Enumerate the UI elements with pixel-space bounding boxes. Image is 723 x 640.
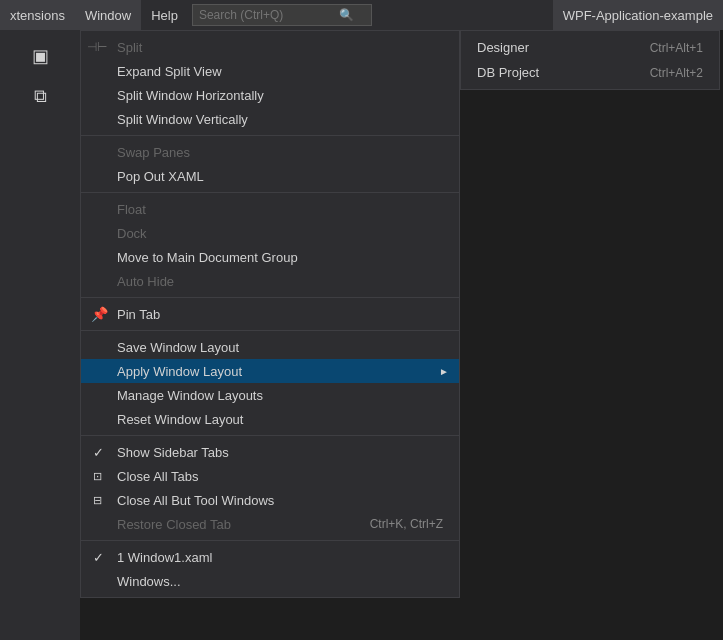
menu-bar: xtensions Window Help 🔍 WPF-Application-… bbox=[0, 0, 723, 30]
menu-item-dock[interactable]: Dock bbox=[81, 221, 459, 245]
split-icon: ⊣⊢ bbox=[89, 39, 105, 55]
menu-item-restore-closed[interactable]: Restore Closed Tab Ctrl+K, Ctrl+Z bbox=[81, 512, 459, 536]
search-icon[interactable]: 🔍 bbox=[339, 8, 354, 22]
menu-item-close-all-tabs-label: Close All Tabs bbox=[117, 469, 198, 484]
menu-help-label: Help bbox=[151, 8, 178, 23]
window-title: WPF-Application-example bbox=[553, 0, 723, 30]
menu-window[interactable]: Window bbox=[75, 0, 141, 30]
submenu-item-designer[interactable]: Designer Ctrl+Alt+1 bbox=[461, 35, 719, 60]
menu-item-window1[interactable]: ✓ 1 Window1.xaml bbox=[81, 545, 459, 569]
separator-1 bbox=[81, 135, 459, 136]
menu-item-split[interactable]: ⊣⊢ Split bbox=[81, 35, 459, 59]
menu-item-expand-split-label: Expand Split View bbox=[117, 64, 222, 79]
menu-item-restore-closed-label: Restore Closed Tab bbox=[117, 517, 231, 532]
apply-layout-submenu: Designer Ctrl+Alt+1 DB Project Ctrl+Alt+… bbox=[460, 30, 720, 90]
menu-item-close-all-but-tool-label: Close All But Tool Windows bbox=[117, 493, 274, 508]
restore-closed-shortcut: Ctrl+K, Ctrl+Z bbox=[370, 517, 443, 531]
separator-6 bbox=[81, 540, 459, 541]
menu-item-apply-layout-label: Apply Window Layout bbox=[117, 364, 242, 379]
menu-item-pin-tab-label: Pin Tab bbox=[117, 307, 160, 322]
menu-item-reset-layout[interactable]: Reset Window Layout bbox=[81, 407, 459, 431]
separator-4 bbox=[81, 330, 459, 331]
close-all-but-tool-icon: ⊟ bbox=[89, 492, 105, 508]
sidebar-icon-1[interactable]: ▣ bbox=[22, 38, 58, 74]
menu-item-expand-split[interactable]: Expand Split View bbox=[81, 59, 459, 83]
menu-item-pop-out-xaml-label: Pop Out XAML bbox=[117, 169, 204, 184]
menu-item-split-vert[interactable]: Split Window Vertically bbox=[81, 107, 459, 131]
menu-item-close-all-but-tool[interactable]: ⊟ Close All But Tool Windows bbox=[81, 488, 459, 512]
separator-3 bbox=[81, 297, 459, 298]
search-box[interactable]: 🔍 bbox=[192, 4, 372, 26]
window-dropdown-menu: ⊣⊢ Split Expand Split View Split Window … bbox=[80, 30, 460, 598]
menu-item-window1-label: 1 Window1.xaml bbox=[117, 550, 212, 565]
menu-item-float[interactable]: Float bbox=[81, 197, 459, 221]
separator-2 bbox=[81, 192, 459, 193]
menu-item-move-to-main[interactable]: Move to Main Document Group bbox=[81, 245, 459, 269]
sidebar: ▣ ⧉ bbox=[0, 30, 80, 640]
menu-item-dock-label: Dock bbox=[117, 226, 147, 241]
search-input[interactable] bbox=[199, 8, 339, 22]
menu-help[interactable]: Help bbox=[141, 0, 188, 30]
check-icon-show-sidebar: ✓ bbox=[93, 445, 104, 460]
submenu-designer-label: Designer bbox=[477, 40, 529, 55]
menu-item-show-sidebar-label: Show Sidebar Tabs bbox=[117, 445, 229, 460]
menu-extensions[interactable]: xtensions bbox=[0, 0, 75, 30]
menu-item-save-layout-label: Save Window Layout bbox=[117, 340, 239, 355]
menu-window-label: Window bbox=[85, 8, 131, 23]
menu-item-pop-out-xaml[interactable]: Pop Out XAML bbox=[81, 164, 459, 188]
submenu-arrow-icon: ► bbox=[439, 366, 449, 377]
menu-item-pin-tab[interactable]: 📌 Pin Tab bbox=[81, 302, 459, 326]
submenu-designer-shortcut: Ctrl+Alt+1 bbox=[650, 41, 703, 55]
check-icon-window1: ✓ bbox=[93, 550, 104, 565]
submenu-item-db-project[interactable]: DB Project Ctrl+Alt+2 bbox=[461, 60, 719, 85]
menu-extensions-label: xtensions bbox=[10, 8, 65, 23]
menu-item-move-to-main-label: Move to Main Document Group bbox=[117, 250, 298, 265]
menu-item-split-horiz-label: Split Window Horizontally bbox=[117, 88, 264, 103]
menu-item-manage-layouts[interactable]: Manage Window Layouts bbox=[81, 383, 459, 407]
menu-item-show-sidebar[interactable]: ✓ Show Sidebar Tabs bbox=[81, 440, 459, 464]
menu-item-split-vert-label: Split Window Vertically bbox=[117, 112, 248, 127]
menu-item-split-horiz[interactable]: Split Window Horizontally bbox=[81, 83, 459, 107]
menu-item-swap-panes[interactable]: Swap Panes bbox=[81, 140, 459, 164]
submenu-db-project-label: DB Project bbox=[477, 65, 539, 80]
menu-item-windows[interactable]: Windows... bbox=[81, 569, 459, 593]
menu-item-close-all-tabs[interactable]: ⊡ Close All Tabs bbox=[81, 464, 459, 488]
submenu-db-project-shortcut: Ctrl+Alt+2 bbox=[650, 66, 703, 80]
menu-item-apply-layout[interactable]: Apply Window Layout ► bbox=[81, 359, 459, 383]
menu-item-manage-layouts-label: Manage Window Layouts bbox=[117, 388, 263, 403]
menu-item-float-label: Float bbox=[117, 202, 146, 217]
menu-item-windows-label: Windows... bbox=[117, 574, 181, 589]
menu-item-auto-hide[interactable]: Auto Hide bbox=[81, 269, 459, 293]
sidebar-icon-2[interactable]: ⧉ bbox=[22, 78, 58, 114]
menu-item-swap-panes-label: Swap Panes bbox=[117, 145, 190, 160]
pin-icon: 📌 bbox=[91, 306, 108, 322]
menu-item-split-label: Split bbox=[117, 40, 142, 55]
separator-5 bbox=[81, 435, 459, 436]
close-all-tabs-icon: ⊡ bbox=[89, 468, 105, 484]
menu-item-auto-hide-label: Auto Hide bbox=[117, 274, 174, 289]
menu-item-reset-layout-label: Reset Window Layout bbox=[117, 412, 243, 427]
menu-item-save-layout[interactable]: Save Window Layout bbox=[81, 335, 459, 359]
